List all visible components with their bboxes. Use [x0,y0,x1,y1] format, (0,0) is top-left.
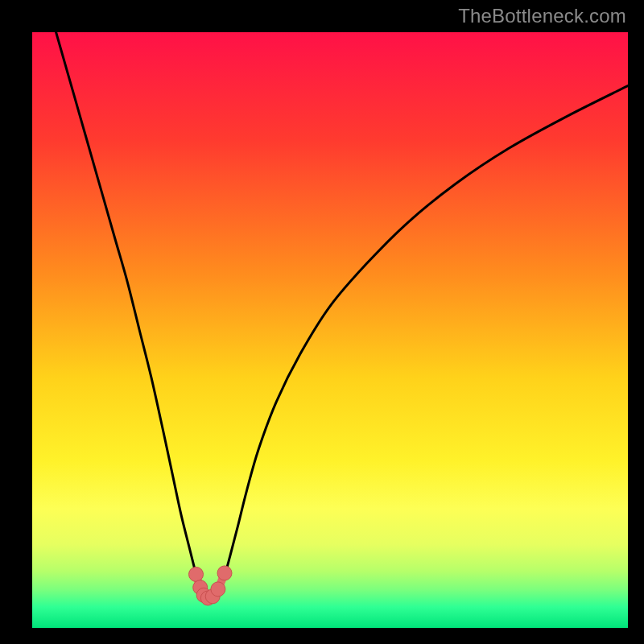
chart-frame: TheBottleneck.com [0,0,644,644]
curve-layer [32,32,628,628]
data-marker [217,566,232,580]
data-marker [211,582,225,597]
watermark-text: TheBottleneck.com [458,5,626,27]
bottleneck-curve [56,32,628,598]
plot-area [32,32,628,628]
data-marker [189,567,204,581]
